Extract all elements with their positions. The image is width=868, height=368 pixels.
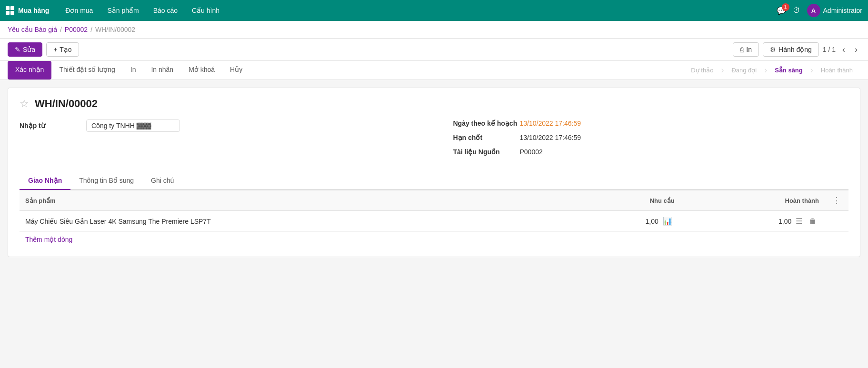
- action-bar: ✎ Sửa + Tạo ⎙ In ⚙ Hành động 1 / 1 ‹ ›: [0, 39, 868, 61]
- print-icon: ⎙: [740, 46, 744, 53]
- col-options: ⋮: [825, 190, 848, 211]
- col-hoan-thanh: Hoàn thành: [680, 190, 825, 211]
- plus-icon: +: [53, 46, 57, 53]
- user-menu[interactable]: A Administrator: [807, 4, 862, 17]
- chart-icon-button[interactable]: 📊: [660, 216, 675, 227]
- pagination-info: 1 / 1: [823, 46, 836, 53]
- breadcrumb-current: WH/IN/00002: [95, 26, 135, 33]
- menu-bao-cao[interactable]: Báo cáo: [147, 5, 184, 16]
- print-button[interactable]: ⎙ In: [733, 42, 759, 57]
- avatar: A: [807, 4, 820, 17]
- field-tai-lieu-nguon: Tài liệu Nguồn P00002: [453, 148, 849, 156]
- list-icon-button[interactable]: ☰: [793, 216, 805, 227]
- btn-in[interactable]: In: [123, 61, 144, 80]
- next-button[interactable]: ›: [852, 44, 860, 56]
- status-bar: Xác nhận Thiết đặt số lượng In In nhãn M…: [0, 61, 868, 80]
- value-tai-lieu-nguon: P00002: [520, 148, 543, 156]
- stage-dang-doi: Đang đợi: [724, 62, 764, 79]
- label-han-chot: Hạn chốt: [453, 134, 520, 141]
- grid-icon: [6, 6, 14, 15]
- field-ngay-ke-hoach: Ngày theo kế hoạch 13/10/2022 17:46:59: [453, 119, 849, 127]
- field-han-chot: Hạn chốt 13/10/2022 17:46:59: [453, 134, 849, 141]
- hoan-thanh-value: 1,00: [778, 218, 791, 225]
- breadcrumb: Yêu cầu Báo giá / P00002 / WH/IN/00002: [0, 21, 868, 39]
- btn-thiet-dat[interactable]: Thiết đặt số lượng: [51, 61, 122, 80]
- breadcrumb-p00002[interactable]: P00002: [65, 26, 88, 33]
- value-ngay-ke-hoach: 13/10/2022 17:46:59: [520, 119, 581, 127]
- col-san-pham: Sản phẩm: [20, 190, 568, 211]
- app-logo[interactable]: Mua hàng: [6, 6, 49, 15]
- field-nhap-tu: Nhập từ: [20, 119, 415, 132]
- label-tai-lieu-nguon: Tài liệu Nguồn: [453, 148, 520, 156]
- fields-right: Ngày theo kế hoạch 13/10/2022 17:46:59 H…: [434, 119, 849, 162]
- value-han-chot: 13/10/2022 17:46:59: [520, 134, 581, 141]
- menu-don-mua[interactable]: Đơn mua: [59, 5, 100, 16]
- btn-mo-khoa[interactable]: Mở khoá: [181, 61, 222, 80]
- action-label: Hành động: [778, 46, 812, 53]
- nhu-cau-value: 1,00: [646, 218, 658, 225]
- tabs-bar: Giao Nhận Thông tin Bổ sung Ghi chú: [20, 172, 848, 190]
- breadcrumb-sep-1: /: [60, 26, 62, 33]
- favorite-icon[interactable]: ☆: [20, 98, 29, 110]
- action-button[interactable]: ⚙ Hành động: [763, 42, 819, 57]
- stage-san-sang: Sẵn sàng: [767, 62, 810, 79]
- tab-ghi-chu[interactable]: Ghi chú: [142, 172, 182, 190]
- print-label: In: [746, 46, 752, 53]
- record-title: WH/IN/00002: [35, 98, 98, 110]
- chat-icon-btn[interactable]: 💬 1: [777, 6, 786, 15]
- cell-hoan-thanh: 1,00 ☰ 🗑: [680, 211, 825, 232]
- create-label: Tạo: [60, 46, 71, 53]
- app-name: Mua hàng: [18, 7, 49, 14]
- fields-left: Nhập từ: [20, 119, 434, 162]
- table-row: Máy Chiếu Siêu Gần Laser 4K Samsung The …: [20, 211, 848, 232]
- edit-button[interactable]: ✎ Sửa: [8, 42, 42, 57]
- btn-xac-nhan[interactable]: Xác nhận: [8, 61, 51, 80]
- prev-button[interactable]: ‹: [839, 44, 848, 56]
- btn-in-nhan[interactable]: In nhãn: [143, 61, 181, 80]
- add-line-button[interactable]: Thêm một dòng: [20, 232, 78, 247]
- action-bar-right: ⎙ In ⚙ Hành động 1 / 1 ‹ ›: [733, 42, 860, 57]
- menu-cau-hinh[interactable]: Cấu hình: [185, 5, 226, 16]
- product-table: Sản phẩm Nhu cầu Hoàn thành ⋮ Máy Chiếu …: [20, 190, 848, 232]
- cell-nhu-cau: 1,00 📊: [568, 211, 680, 232]
- label-nhap-tu: Nhập từ: [20, 122, 86, 129]
- menu-san-pham[interactable]: Sản phẩm: [100, 5, 145, 16]
- create-button[interactable]: + Tạo: [46, 42, 79, 57]
- edit-label: Sửa: [23, 46, 35, 53]
- delete-icon-button[interactable]: 🗑: [807, 216, 819, 227]
- tab-giao-nhan[interactable]: Giao Nhận: [20, 172, 70, 190]
- col-nhu-cau: Nhu cầu: [568, 190, 680, 211]
- main-content: ☆ WH/IN/00002 Nhập từ Ngày theo kế hoạch…: [0, 80, 868, 265]
- topnav: Mua hàng Đơn mua Sản phẩm Báo cáo Cấu hì…: [0, 0, 868, 21]
- record-card: ☆ WH/IN/00002 Nhập từ Ngày theo kế hoạch…: [8, 88, 860, 257]
- input-nhap-tu[interactable]: [86, 119, 180, 132]
- topnav-menu: Đơn mua Sản phẩm Báo cáo Cấu hình: [59, 5, 776, 16]
- notification-badge: 1: [782, 3, 789, 11]
- label-ngay-ke-hoach: Ngày theo kế hoạch: [453, 119, 520, 127]
- gear-icon: ⚙: [770, 46, 776, 53]
- breadcrumb-yeu-cau[interactable]: Yêu cầu Báo giá: [8, 26, 57, 33]
- breadcrumb-sep-2: /: [90, 26, 92, 33]
- topnav-right: 💬 1 ⏱ A Administrator: [777, 4, 862, 17]
- column-options-button[interactable]: ⋮: [830, 195, 843, 206]
- edit-icon: ✎: [15, 46, 20, 53]
- btn-huy[interactable]: Hủy: [222, 61, 250, 80]
- cell-product: Máy Chiếu Siêu Gần Laser 4K Samsung The …: [20, 211, 568, 232]
- fields-grid: Nhập từ Ngày theo kế hoạch 13/10/2022 17…: [20, 119, 848, 162]
- stages: Dự thảo › Đang đợi › Sẵn sàng › Hoàn thà…: [683, 62, 860, 79]
- record-title-row: ☆ WH/IN/00002: [20, 98, 848, 110]
- user-name: Administrator: [823, 7, 862, 14]
- cell-row-options: [825, 211, 848, 232]
- stage-du-thao: Dự thảo: [683, 62, 721, 79]
- stage-hoan-thanh: Hoàn thành: [813, 62, 860, 79]
- clock-icon-btn[interactable]: ⏱: [793, 6, 800, 15]
- tab-thong-tin[interactable]: Thông tin Bổ sung: [70, 172, 142, 190]
